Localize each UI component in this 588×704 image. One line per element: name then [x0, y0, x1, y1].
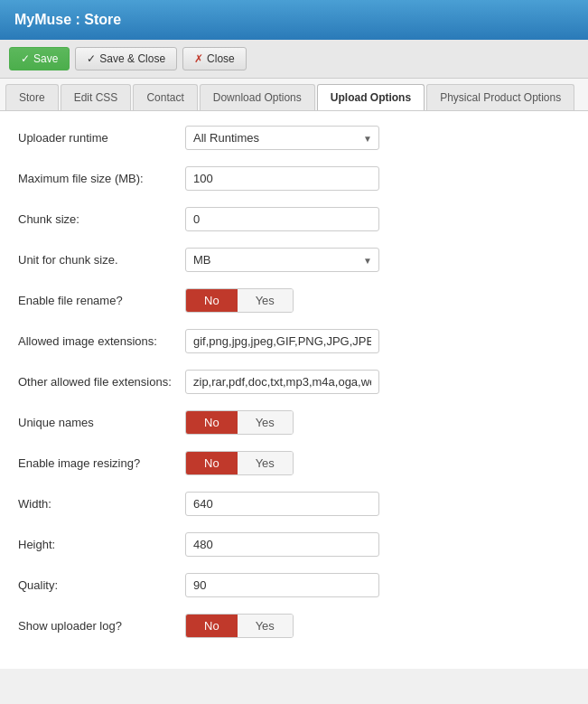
close-icon: ✗	[194, 52, 203, 65]
enable-image-resizing-row: Enable image resizing? No Yes	[18, 451, 570, 475]
chunk-size-input[interactable]	[185, 207, 379, 231]
quality-row: Quality:	[18, 573, 570, 597]
unique-names-row: Unique names No Yes	[18, 410, 570, 435]
max-file-size-row: Maximum file size (MB):	[18, 166, 570, 191]
quality-input[interactable]	[185, 573, 379, 597]
save-icon: ✓	[21, 52, 30, 65]
tab-edit-css[interactable]: Edit CSS	[61, 84, 132, 110]
enable-file-rename-yes-button[interactable]: Yes	[238, 289, 293, 312]
app-title: MyMuse : Store	[14, 12, 121, 28]
unique-names-toggle: No Yes	[185, 410, 294, 435]
unit-chunk-size-row: Unit for chunk size. MB KB GB ▼	[18, 248, 570, 272]
height-label: Height:	[18, 538, 185, 551]
tab-upload-options[interactable]: Upload Options	[317, 84, 425, 110]
unit-chunk-size-select[interactable]: MB KB GB	[185, 248, 379, 272]
allowed-image-ext-label: Allowed image extensions:	[18, 334, 185, 348]
uploader-runtime-label: Uploader runtime	[18, 131, 185, 145]
width-label: Width:	[18, 497, 185, 511]
enable-image-resizing-label: Enable image resizing?	[18, 456, 185, 470]
quality-label: Quality:	[18, 578, 185, 592]
uploader-runtime-select[interactable]: All Runtimes HTML5 Flash	[185, 126, 379, 150]
show-uploader-log-yes-button[interactable]: Yes	[238, 615, 293, 637]
enable-file-rename-row: Enable file rename? No Yes	[18, 288, 570, 313]
tabs-bar: Store Edit CSS Contact Download Options …	[0, 79, 588, 111]
uploader-runtime-row: Uploader runtime All Runtimes HTML5 Flas…	[18, 126, 570, 150]
tab-store[interactable]: Store	[5, 84, 59, 110]
chunk-size-label: Chunk size:	[18, 212, 185, 226]
unique-names-label: Unique names	[18, 416, 185, 429]
show-uploader-log-label: Show uploader log?	[18, 619, 185, 633]
unique-names-yes-button[interactable]: Yes	[238, 411, 293, 434]
enable-image-resizing-toggle: No Yes	[185, 451, 294, 475]
close-button[interactable]: ✗ Close	[182, 47, 247, 70]
unit-chunk-size-wrapper: MB KB GB ▼	[185, 248, 379, 272]
enable-file-rename-label: Enable file rename?	[18, 294, 185, 307]
max-file-size-input[interactable]	[185, 166, 379, 191]
width-input[interactable]	[185, 492, 379, 516]
show-uploader-log-no-button[interactable]: No	[186, 615, 238, 637]
uploader-runtime-wrapper: All Runtimes HTML5 Flash ▼	[185, 126, 379, 150]
allowed-image-ext-input[interactable]	[185, 329, 379, 353]
allowed-image-ext-row: Allowed image extensions:	[18, 329, 570, 353]
save-close-icon: ✓	[87, 52, 96, 65]
app-header: MyMuse : Store	[0, 0, 588, 40]
enable-file-rename-toggle: No Yes	[185, 288, 294, 313]
toolbar: ✓ Save ✓ Save & Close ✗ Close	[0, 40, 588, 79]
max-file-size-label: Maximum file size (MB):	[18, 172, 185, 185]
content-area: Uploader runtime All Runtimes HTML5 Flas…	[0, 111, 588, 669]
save-button[interactable]: ✓ Save	[9, 47, 70, 70]
height-input[interactable]	[185, 532, 379, 557]
tab-download-options[interactable]: Download Options	[200, 84, 315, 110]
unique-names-no-button[interactable]: No	[186, 411, 238, 434]
other-allowed-ext-row: Other allowed file extensions:	[18, 370, 570, 394]
enable-image-resizing-no-button[interactable]: No	[186, 452, 238, 474]
other-allowed-ext-label: Other allowed file extensions:	[18, 375, 185, 389]
enable-file-rename-no-button[interactable]: No	[186, 289, 238, 312]
width-row: Width:	[18, 492, 570, 516]
chunk-size-row: Chunk size:	[18, 207, 570, 231]
height-row: Height:	[18, 532, 570, 557]
show-uploader-log-toggle: No Yes	[185, 614, 294, 638]
other-allowed-ext-input[interactable]	[185, 370, 379, 394]
tab-physical-product-options[interactable]: Physical Product Options	[426, 84, 574, 110]
enable-image-resizing-yes-button[interactable]: Yes	[238, 452, 293, 474]
unit-chunk-size-label: Unit for chunk size.	[18, 253, 185, 267]
show-uploader-log-row: Show uploader log? No Yes	[18, 614, 570, 638]
save-close-button[interactable]: ✓ Save & Close	[75, 47, 177, 70]
tab-contact[interactable]: Contact	[133, 84, 197, 110]
